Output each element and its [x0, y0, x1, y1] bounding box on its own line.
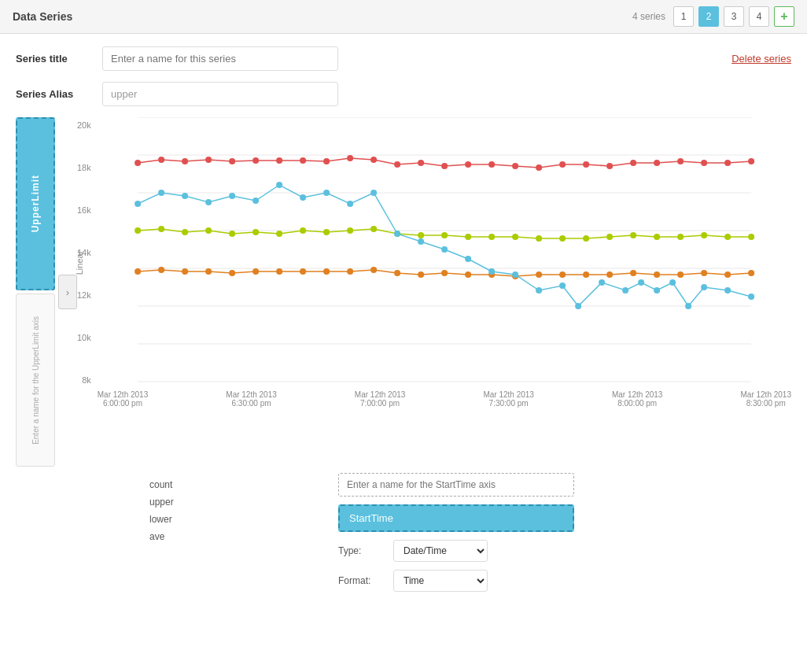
upperlimit-tab[interactable]: UpperLimit	[16, 117, 55, 290]
svg-point-67	[252, 268, 259, 275]
series-btn-1[interactable]: 1	[673, 6, 694, 27]
svg-point-38	[205, 227, 212, 234]
svg-point-64	[182, 268, 188, 275]
svg-point-73	[394, 270, 400, 276]
svg-point-92	[205, 199, 212, 205]
svg-point-36	[158, 226, 164, 232]
svg-point-58	[677, 234, 684, 240]
svg-point-13	[252, 157, 259, 164]
type-row: Type: Date/Time Number String	[338, 540, 791, 562]
svg-point-88	[748, 270, 754, 276]
svg-point-25	[536, 164, 542, 171]
svg-point-56	[630, 232, 636, 238]
svg-point-84	[654, 271, 660, 278]
svg-point-86	[701, 270, 707, 276]
svg-point-69	[300, 268, 306, 275]
delete-series-link[interactable]: Delete series	[731, 53, 791, 65]
svg-point-100	[394, 231, 400, 237]
axis-config: StartTime Type: Date/Time Number String …	[165, 473, 791, 592]
svg-point-90	[158, 190, 164, 196]
svg-point-71	[347, 268, 353, 275]
main-content: Series title Delete series Series Alias …	[0, 34, 807, 604]
chart-svg	[98, 117, 791, 385]
svg-point-35	[134, 227, 141, 234]
svg-point-89	[134, 201, 141, 207]
svg-point-53	[559, 235, 566, 242]
svg-point-55	[606, 234, 613, 240]
svg-point-57	[654, 234, 660, 240]
x-label-4: Mar 12th 20137:30:00 pm	[483, 390, 534, 408]
svg-point-52	[536, 235, 542, 242]
x-axis-labels: Mar 12th 20136:00:00 pm Mar 12th 20136:3…	[98, 387, 791, 408]
svg-point-68	[276, 268, 282, 275]
svg-point-9	[158, 157, 164, 163]
svg-point-66	[229, 270, 235, 276]
svg-point-41	[276, 231, 282, 237]
svg-point-60	[724, 234, 731, 240]
x-label-5: Mar 12th 20138:00:00 pm	[612, 390, 663, 408]
svg-point-45	[370, 226, 377, 232]
svg-point-93	[229, 193, 235, 199]
svg-point-103	[465, 256, 471, 262]
svg-point-50	[488, 234, 495, 240]
format-select[interactable]: Time Date DateTime	[393, 570, 488, 592]
svg-point-117	[748, 294, 754, 300]
svg-point-96	[300, 194, 306, 201]
svg-point-80	[559, 271, 566, 278]
svg-point-106	[536, 287, 542, 294]
svg-point-15	[300, 157, 306, 164]
svg-point-111	[638, 279, 644, 286]
x-label-2: Mar 12th 20136:30:00 pm	[226, 390, 277, 408]
svg-point-29	[630, 160, 636, 166]
svg-point-30	[654, 160, 660, 166]
svg-point-108	[575, 303, 581, 309]
svg-point-8	[134, 160, 141, 166]
series-title-input[interactable]	[102, 46, 338, 71]
svg-point-65	[205, 268, 212, 275]
svg-point-40	[252, 229, 259, 235]
series-title-label: Series title	[16, 53, 102, 65]
svg-point-74	[418, 271, 424, 278]
svg-point-21	[441, 163, 448, 169]
series-btn-2[interactable]: 2	[698, 6, 719, 27]
svg-point-110	[622, 287, 628, 294]
chevron-button[interactable]: ›	[58, 275, 77, 309]
series-btn-3[interactable]: 3	[724, 6, 744, 27]
add-series-button[interactable]: +	[774, 6, 794, 27]
svg-point-62	[134, 268, 141, 275]
series-alias-input[interactable]	[102, 82, 338, 106]
svg-point-37	[182, 229, 188, 235]
y-label-8k: 8k	[82, 375, 91, 385]
svg-point-97	[323, 190, 330, 196]
chart-area: UpperLimit Enter a name for the UpperLim…	[16, 117, 791, 467]
type-select[interactable]: Date/Time Number String	[393, 540, 488, 562]
svg-point-26	[559, 161, 566, 168]
svg-point-16	[323, 158, 330, 164]
svg-point-42	[300, 227, 306, 234]
svg-point-27	[583, 161, 589, 168]
y-label-12k: 12k	[77, 290, 91, 300]
type-label: Type:	[338, 545, 385, 556]
svg-point-72	[370, 267, 377, 273]
series-count: 4 series	[632, 11, 665, 22]
svg-point-76	[465, 271, 471, 278]
series-btn-4[interactable]: 4	[749, 6, 769, 27]
x-label-6: Mar 12th 20138:30:00 pm	[740, 390, 791, 408]
axis-name-tab[interactable]: Enter a name for the UpperLimit axis	[16, 294, 55, 467]
svg-point-104	[488, 268, 495, 275]
svg-point-75	[441, 270, 448, 276]
svg-point-91	[182, 193, 188, 199]
x-label-1: Mar 12th 20136:00:00 pm	[98, 390, 149, 408]
x-label-3: Mar 12th 20137:00:00 pm	[355, 390, 406, 408]
series-list: count upper lower ave	[16, 473, 149, 592]
starttime-axis-name-input[interactable]	[338, 473, 574, 497]
svg-point-59	[701, 232, 707, 238]
svg-point-48	[441, 232, 448, 238]
series-alias-label: Series Alias	[16, 88, 102, 100]
y-label-10k: 10k	[77, 333, 91, 342]
svg-point-19	[394, 161, 400, 168]
starttime-button[interactable]: StartTime	[338, 504, 574, 532]
svg-point-70	[323, 268, 330, 275]
y-label-18k: 18k	[77, 163, 91, 172]
series-title-row: Series title Delete series	[16, 46, 791, 71]
